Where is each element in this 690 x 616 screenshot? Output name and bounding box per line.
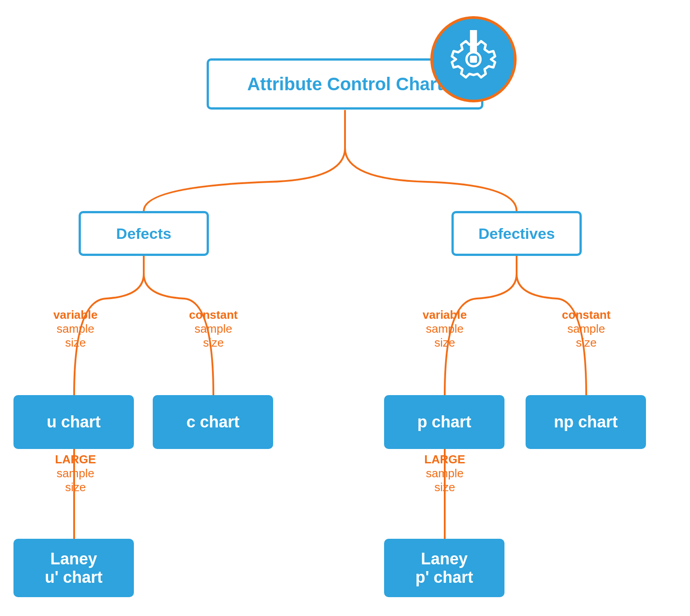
p-chart-label: p chart <box>417 413 471 431</box>
svg-rect-2 <box>470 56 477 63</box>
node-c-chart: c chart <box>153 395 273 449</box>
node-defects: Defects <box>79 211 209 256</box>
laney-u-chart-label: Laney u' chart <box>45 550 103 587</box>
node-defectives: Defectives <box>451 211 582 256</box>
gear-alert-icon <box>430 16 517 102</box>
label-defects-constant: constant sample size <box>186 308 240 350</box>
node-u-chart: u chart <box>13 395 134 449</box>
u-chart-label: u chart <box>47 413 101 431</box>
label-defects-variable: variable sample size <box>49 308 102 350</box>
label-defectives-constant: constant sample size <box>559 308 613 350</box>
laney-p-chart-label: Laney p' chart <box>416 550 473 587</box>
defects-label: Defects <box>116 225 172 242</box>
root-label: Attribute Control Chart <box>247 74 443 94</box>
label-defectives-variable: variable sample size <box>418 308 472 350</box>
label-laney-u-large: LARGE sample size <box>49 453 102 494</box>
np-chart-label: np chart <box>554 413 618 431</box>
node-np-chart: np chart <box>526 395 646 449</box>
c-chart-label: c chart <box>186 413 239 431</box>
node-laney-u-chart: Laney u' chart <box>13 539 134 597</box>
diagram-stage: Attribute Control Chart Defects Defectiv… <box>0 0 690 616</box>
defectives-label: Defectives <box>478 225 555 242</box>
svg-rect-1 <box>470 30 477 52</box>
node-p-chart: p chart <box>384 395 504 449</box>
label-laney-p-large: LARGE sample size <box>418 453 472 494</box>
node-laney-p-chart: Laney p' chart <box>384 539 504 597</box>
